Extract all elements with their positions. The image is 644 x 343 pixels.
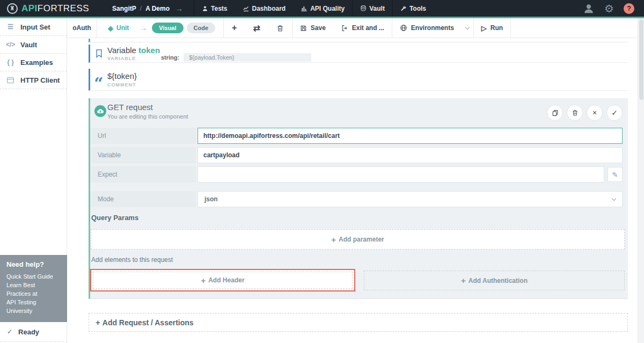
run-button[interactable]: ▷ Run bbox=[474, 18, 510, 38]
user-avatar-icon[interactable] bbox=[583, 3, 595, 14]
visual-toggle-button[interactable]: Visual bbox=[152, 23, 183, 33]
database-icon bbox=[360, 5, 367, 12]
trash-button[interactable] bbox=[268, 18, 292, 38]
nav-item-label: Tests bbox=[211, 5, 227, 12]
quote-icon: “ bbox=[90, 75, 107, 84]
variable-value-pair: string: ${payload.Token} bbox=[161, 46, 311, 62]
add-elements-row: + Add Header + Add Authentication bbox=[90, 269, 625, 291]
help-link-quick-start[interactable]: Quick Start Guide bbox=[6, 273, 61, 281]
need-help-panel: Need help? Quick Start Guide Learn Best … bbox=[0, 255, 67, 322]
reorder-icon[interactable]: ⇄ bbox=[245, 18, 268, 38]
bookmark-icon bbox=[90, 49, 107, 58]
arrow-right-icon: → bbox=[136, 24, 150, 32]
test-toolbar: oAuth ◈ Unit → Visual Code + ⇄ Save Exit… bbox=[67, 18, 638, 38]
status-bar: ✓ Ready bbox=[0, 322, 67, 342]
breadcrumb-separator: / bbox=[140, 5, 142, 12]
need-help-title: Need help? bbox=[6, 260, 61, 268]
add-authentication-button[interactable]: + Add Authentication bbox=[364, 271, 625, 290]
unit-icon: ◈ bbox=[108, 24, 113, 32]
variable-input[interactable] bbox=[197, 147, 623, 163]
expect-field-row: Expect ✎ bbox=[90, 166, 623, 183]
mode-select[interactable]: json bbox=[197, 191, 623, 207]
mode-field-row: Mode json bbox=[90, 191, 623, 207]
code-toggle-button[interactable]: Code bbox=[187, 23, 216, 33]
request-title: GET request bbox=[107, 103, 153, 112]
help-link-best-practices[interactable]: Learn Best Practices at bbox=[6, 281, 61, 298]
comment-type-label: COMMENT bbox=[107, 82, 161, 87]
environments-button[interactable]: Environments bbox=[392, 18, 462, 38]
sidebar-item-label: Vault bbox=[20, 41, 37, 49]
add-parameter-button[interactable]: + Add parameter bbox=[91, 229, 625, 250]
tab-oauth[interactable]: oAuth bbox=[67, 18, 97, 38]
variable-field-label: Variable bbox=[90, 147, 196, 163]
exit-button[interactable]: Exit and ... bbox=[333, 18, 392, 38]
brand-secondary: FORTRESS bbox=[38, 3, 89, 13]
top-navbar: ♜ APIFORTRESS SangitP / A Demo → Tests D… bbox=[0, 0, 644, 18]
braces-icon: { } bbox=[6, 59, 15, 66]
breadcrumb-user: SangitP bbox=[112, 5, 136, 12]
delete-button[interactable] bbox=[567, 105, 583, 121]
sidebar-item-examples[interactable]: { } Examples bbox=[0, 54, 67, 71]
plus-icon: + bbox=[331, 235, 336, 244]
sidebar-item-http-client[interactable]: HTTP Client bbox=[0, 71, 67, 89]
wrench-icon bbox=[400, 5, 407, 12]
add-component-button[interactable]: + bbox=[224, 18, 245, 38]
unit-label: Unit bbox=[116, 24, 129, 32]
add-request-assertions-button[interactable]: + Add Request / Assertions bbox=[89, 313, 628, 332]
request-actions: × ✓ bbox=[547, 105, 623, 121]
app-window: ♜ APIFORTRESS SangitP / A Demo → Tests D… bbox=[0, 0, 644, 343]
variable-component[interactable]: Variable token VARIABLE string: ${payloa… bbox=[89, 45, 628, 63]
help-link-university[interactable]: API Testing University bbox=[6, 298, 61, 316]
nav-item-api-quality[interactable]: API Quality bbox=[293, 0, 352, 17]
mode-field-label: Mode bbox=[90, 191, 196, 207]
confirm-button[interactable]: ✓ bbox=[606, 105, 623, 121]
breadcrumb-project: A Demo bbox=[145, 5, 170, 12]
scrollbar-thumb[interactable] bbox=[639, 19, 643, 100]
cancel-button[interactable]: × bbox=[587, 105, 603, 121]
exit-icon bbox=[341, 25, 348, 32]
nav-item-tools[interactable]: Tools bbox=[393, 0, 434, 17]
breadcrumb[interactable]: SangitP / A Demo → bbox=[96, 4, 194, 13]
nav-item-vault[interactable]: Vault bbox=[353, 0, 392, 17]
person-icon bbox=[202, 5, 208, 12]
comment-component[interactable]: “ ${token} COMMENT bbox=[89, 69, 628, 91]
nav-item-label: Tools bbox=[409, 5, 426, 12]
add-authentication-label: Add Authentication bbox=[469, 277, 528, 284]
plus-icon: + bbox=[96, 318, 100, 327]
expect-edit-button[interactable]: ✎ bbox=[608, 167, 623, 182]
variable-title: Variable token bbox=[107, 46, 161, 55]
duplicate-button[interactable] bbox=[547, 105, 563, 121]
plus-icon: + bbox=[201, 276, 206, 285]
gear-icon[interactable]: ⚙ bbox=[604, 3, 614, 14]
trash-icon bbox=[572, 109, 579, 116]
nav-item-label: Vault bbox=[369, 5, 385, 12]
add-elements-label: Add elements to this request bbox=[91, 256, 173, 264]
save-button[interactable]: Save bbox=[292, 18, 333, 38]
expect-input[interactable] bbox=[197, 166, 604, 183]
environments-dropdown-toggle[interactable] bbox=[462, 18, 473, 38]
unit-button[interactable]: ◈ Unit bbox=[100, 24, 136, 32]
help-icon[interactable]: ? bbox=[624, 3, 634, 14]
nav-item-dashboard[interactable]: Dashboard bbox=[235, 0, 294, 17]
variable-type-label: VARIABLE bbox=[107, 56, 161, 61]
apifortress-logo[interactable]: ♜ APIFORTRESS bbox=[0, 3, 96, 14]
nav-item-label: API Quality bbox=[310, 5, 345, 12]
url-input[interactable] bbox=[197, 128, 623, 144]
brand-primary: API bbox=[21, 3, 38, 13]
sidebar-item-vault[interactable]: </> Vault bbox=[0, 36, 67, 54]
variable-component-body: Variable token VARIABLE bbox=[107, 46, 161, 61]
comment-component-body: ${token} COMMENT bbox=[107, 71, 161, 87]
save-icon bbox=[300, 25, 307, 32]
check-icon: ✓ bbox=[611, 108, 618, 117]
url-field-row: Url bbox=[90, 128, 623, 144]
bar-chart-icon bbox=[301, 5, 308, 12]
add-header-button[interactable]: + Add Header bbox=[93, 272, 353, 289]
nav-item-tests[interactable]: Tests bbox=[194, 0, 235, 17]
url-field-label: Url bbox=[90, 128, 196, 144]
status-label: Ready bbox=[18, 328, 39, 336]
check-icon: ✓ bbox=[7, 328, 12, 335]
vertical-scrollbar[interactable] bbox=[638, 18, 644, 343]
sidebar-item-input-set[interactable]: ☰ Input Set bbox=[0, 18, 67, 36]
add-header-highlight: + Add Header bbox=[90, 269, 355, 291]
add-parameter-label: Add parameter bbox=[339, 236, 384, 243]
